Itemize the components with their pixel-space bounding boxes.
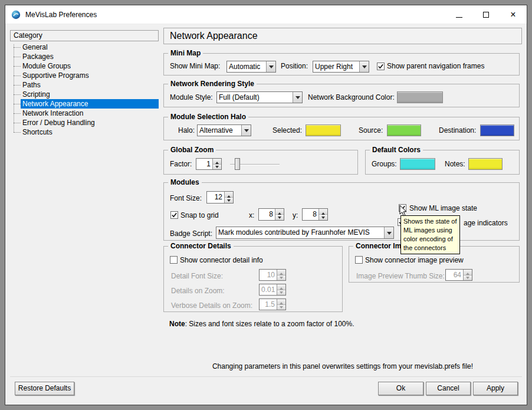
sidebar-item-label: Supportive Programs [21, 71, 91, 80]
detail-font-size-value: 10 [260, 270, 277, 280]
spin-up-icon [277, 284, 285, 290]
dropdown-arrow-icon [359, 61, 369, 72]
detail-font-size-spinbox: 10 [259, 269, 286, 281]
spin-down-icon[interactable] [213, 165, 221, 170]
notes-color-swatch[interactable] [468, 158, 503, 170]
module-style-label: Module Style: [170, 91, 213, 103]
grid-y-spinbox[interactable]: 8 [302, 208, 328, 221]
sidebar-item-error-debug[interactable]: Error / Debug Handling [14, 118, 159, 127]
minimize-button[interactable] [450, 8, 468, 21]
sidebar-item-label: Scripting [21, 90, 52, 99]
sidebar-item-packages[interactable]: Packages [14, 52, 159, 61]
window-title: MeVisLab Preferences [25, 11, 97, 19]
connector-image-legend: Connector Ima [353, 242, 408, 251]
font-size-value: 12 [207, 192, 224, 203]
spin-buttons [463, 270, 472, 280]
sidebar-item-label: Module Groups [21, 61, 73, 71]
destination-color-swatch[interactable] [480, 124, 514, 136]
category-header-label: Category [14, 31, 42, 40]
spin-down-icon[interactable] [319, 215, 327, 220]
sidebar-item-network-interaction[interactable]: Network Interaction [14, 109, 159, 118]
details-on-zoom-spinbox: 0.01 [259, 284, 286, 296]
spin-buttons [277, 299, 285, 310]
sidebar-item-label: General [21, 42, 50, 52]
details-on-zoom-value: 0.01 [260, 284, 277, 295]
spin-buttons[interactable] [212, 159, 221, 169]
tooltip: Shows the state of ML images using color… [400, 215, 460, 254]
show-parent-nav-checkbox[interactable] [377, 63, 385, 70]
tree-branch-icon [14, 132, 21, 133]
show-connector-detail-checkbox[interactable] [170, 256, 178, 264]
note-label: Note [169, 320, 185, 328]
minimap-position-select[interactable]: Upper Right [313, 61, 369, 73]
minimap-position-value: Upper Right [313, 61, 359, 72]
details-on-zoom-label: Details on Zoom: [171, 285, 225, 297]
selected-color-label: Selected: [272, 124, 302, 136]
cancel-button[interactable]: Cancel [426, 382, 471, 395]
spin-up-icon[interactable] [225, 192, 233, 198]
sidebar-item-paths[interactable]: Paths [14, 80, 159, 90]
mevislab-logo-icon [11, 10, 21, 19]
default-colors-legend: Default Colors [370, 146, 423, 155]
apply-button[interactable]: Apply [473, 382, 518, 395]
show-minimap-value: Automatic [227, 61, 266, 72]
spin-up-icon[interactable] [213, 159, 221, 165]
separator-line [10, 376, 522, 377]
spin-down-icon [277, 305, 285, 310]
spin-up-icon[interactable] [319, 209, 327, 215]
dropdown-arrow-icon [241, 125, 251, 136]
ok-button[interactable]: Ok [378, 382, 423, 395]
snap-to-grid-label: Snap to grid [180, 209, 219, 221]
show-minimap-select[interactable]: Automatic [226, 61, 276, 73]
spin-down-icon [277, 275, 285, 281]
source-color-swatch[interactable] [387, 124, 421, 136]
footer-warning: Changing parameters in this panel overwr… [163, 362, 522, 370]
sidebar-item-shortcuts[interactable]: Shortcuts [14, 127, 159, 137]
close-button[interactable]: × [504, 8, 522, 21]
zoom-slider-handle[interactable] [235, 158, 240, 170]
halo-select[interactable]: Alternative [197, 124, 251, 136]
grid-x-spinbox[interactable]: 8 [258, 208, 284, 221]
spin-down-icon[interactable] [225, 198, 233, 203]
halo-label: Halo: [178, 124, 195, 136]
network-bg-color-swatch[interactable] [397, 91, 443, 103]
groups-color-swatch[interactable] [400, 158, 435, 170]
spin-up-icon[interactable] [275, 209, 284, 215]
spin-buttons[interactable] [318, 209, 327, 220]
page-title: Network Appearance [170, 31, 258, 41]
page-title-box: Network Appearance [163, 28, 522, 44]
spin-down-icon[interactable] [275, 215, 284, 220]
snap-to-grid-checkbox[interactable] [170, 211, 178, 219]
zoom-factor-spinbox[interactable]: 1 [196, 158, 222, 170]
title-bar[interactable]: MeVisLab Preferences × [5, 5, 527, 24]
show-parent-nav-label: Show parent navigation frames [387, 60, 484, 72]
spin-up-icon [277, 299, 285, 305]
minimap-group: Mini Map Show Mini Map: Automatic Positi… [163, 53, 520, 76]
thumb-size-label: Image Preview Thumb Size: [356, 270, 445, 282]
halo-value: Alternative [198, 125, 241, 136]
sidebar-item-general[interactable]: General [14, 42, 159, 52]
sidebar-item-module-groups[interactable]: Module Groups [14, 61, 159, 71]
tree-branch-icon [14, 57, 21, 57]
tooltip-line: color encoding of [403, 235, 457, 244]
spin-buttons[interactable] [224, 192, 233, 203]
sidebar-item-scripting[interactable]: Scripting [14, 90, 159, 99]
sidebar-item-supportive-programs[interactable]: Supportive Programs [14, 71, 159, 80]
show-connector-image-checkbox[interactable] [355, 256, 363, 264]
spin-up-icon [277, 270, 285, 275]
badge-script-select[interactable]: Mark modules contributed by Fraunhofer M… [216, 227, 394, 239]
note-body: : Sizes and font sizes relate to a zoom … [185, 320, 354, 328]
font-size-spinbox[interactable]: 12 [206, 191, 234, 204]
spin-buttons [277, 270, 285, 280]
spin-buttons[interactable] [275, 209, 284, 220]
restore-defaults-button[interactable]: Restore Defaults [15, 382, 74, 395]
default-colors-group: Default Colors Groups: Notes: [365, 150, 520, 175]
module-style-select[interactable]: Full (Default) [216, 91, 303, 103]
note-text: Note: Sizes and font sizes relate to a z… [169, 320, 354, 328]
selected-color-swatch[interactable] [306, 124, 341, 136]
sidebar-item-network-appearance[interactable]: Network Appearance [14, 99, 159, 109]
rendering-style-group: Network Rendering Style Module Style: Fu… [163, 84, 520, 107]
mouse-cursor [399, 205, 408, 217]
maximize-button[interactable] [477, 8, 495, 21]
dropdown-arrow-icon [384, 227, 393, 238]
